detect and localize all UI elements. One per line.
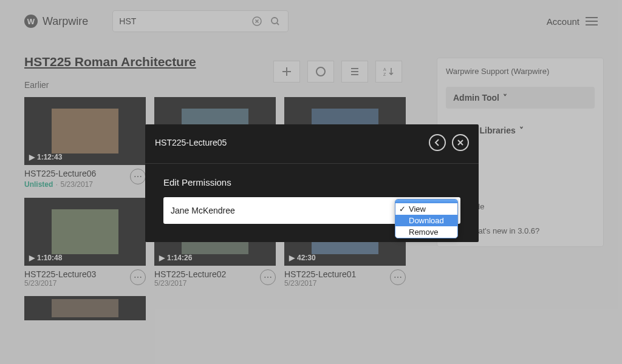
brand-name: Warpwire: [43, 15, 88, 28]
top-bar: W Warpwire Account: [0, 0, 622, 42]
modal-title: HST225-Lecture05: [155, 138, 423, 147]
chevron-down-icon: ˅: [503, 93, 507, 103]
more-options-button[interactable]: ⋯: [260, 269, 276, 285]
more-options-button[interactable]: ⋯: [130, 269, 146, 285]
duration-badge: ▶ 1:10:48: [29, 254, 62, 262]
close-button[interactable]: [452, 134, 469, 151]
video-card[interactable]: ▶ 1:12:43 HST225-Lecture06 Unlisted · 5/…: [24, 97, 146, 189]
video-thumbnail[interactable]: ▶ 1:10:48: [24, 198, 146, 266]
unlisted-badge: Unlisted: [24, 180, 53, 189]
video-thumbnail[interactable]: ▶ 1:12:43: [24, 97, 146, 165]
video-title: HST225-Lecture03: [24, 269, 130, 279]
clear-search-icon[interactable]: [250, 15, 264, 28]
dropdown-option-remove[interactable]: Remove: [395, 226, 457, 238]
dropdown-option-view[interactable]: ✓ View: [395, 203, 457, 215]
video-title: HST225-Lecture02: [154, 269, 260, 279]
account-label: Account: [547, 16, 579, 27]
support-link[interactable]: Warpwire Support (Warpwire): [446, 67, 595, 76]
video-date: 5/23/2017: [154, 279, 260, 288]
logo-badge-icon: W: [24, 15, 38, 28]
video-title: HST225-Lecture01: [284, 269, 390, 279]
video-card[interactable]: ▶ 1:10:48 HST225-Lecture03 5/23/2017 ⋯: [24, 198, 146, 288]
duration-badge: ▶ 1:12:43: [29, 153, 62, 161]
permission-dropdown[interactable]: ✓ View Download Remove: [395, 199, 458, 238]
video-date: 5/23/2017: [61, 180, 93, 189]
hamburger-icon[interactable]: [586, 17, 598, 25]
video-title: HST225-Lecture06: [24, 169, 130, 178]
back-button[interactable]: [429, 134, 446, 151]
svg-point-1: [272, 18, 278, 24]
search-icon[interactable]: [268, 15, 282, 28]
more-options-button[interactable]: ⋯: [130, 169, 146, 184]
modal-subtitle: Edit Permissions: [163, 177, 469, 187]
search-field[interactable]: [112, 10, 289, 32]
check-icon: ✓: [398, 204, 406, 214]
duration-badge: ▶ 42:30: [289, 254, 316, 262]
page-title[interactable]: HST225 Roman Architecture: [24, 55, 413, 69]
video-card[interactable]: [24, 296, 146, 320]
video-thumbnail[interactable]: [24, 296, 146, 320]
more-options-button[interactable]: ⋯: [390, 269, 406, 285]
account-menu[interactable]: Account: [547, 16, 598, 27]
search-input[interactable]: [119, 16, 250, 26]
admin-tool-toggle[interactable]: Admin Tool˅: [446, 87, 595, 109]
logo[interactable]: W Warpwire: [24, 15, 88, 28]
chevron-down-icon: ˅: [519, 126, 524, 135]
duration-badge: ▶ 1:14:26: [159, 254, 192, 262]
video-date: 5/23/2017: [24, 279, 130, 288]
dropdown-option-download[interactable]: Download: [395, 215, 457, 226]
video-date: 5/23/2017: [284, 279, 390, 288]
section-label: Earlier: [24, 80, 413, 90]
